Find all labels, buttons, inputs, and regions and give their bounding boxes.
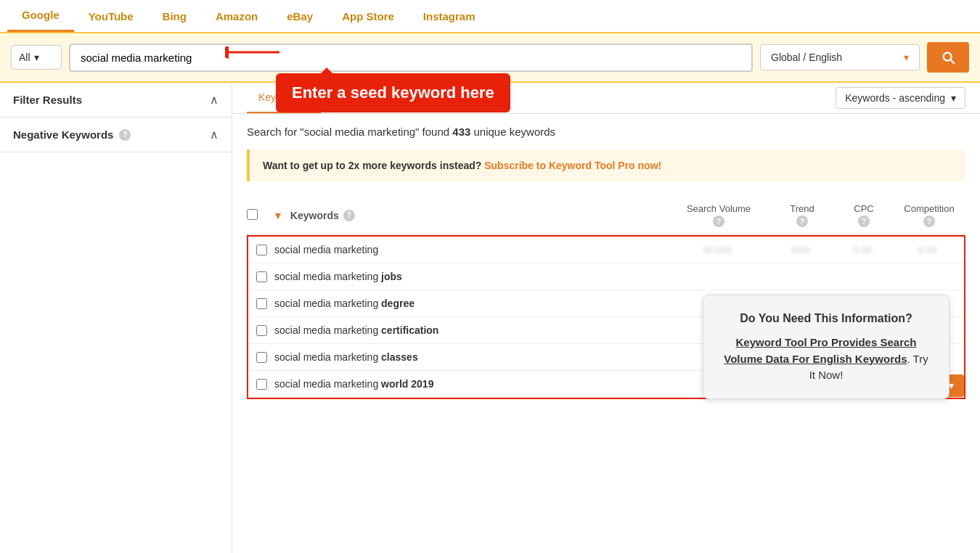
keyword-table: social media marketing 00,000 00% 0.00 0…: [247, 235, 965, 399]
keyword-cell: social media marketing certification: [274, 324, 666, 336]
main-layout: Filter Results ∧ Negative Keywords ? ∧ K…: [0, 83, 980, 553]
sort-select[interactable]: Keywords - ascending ▾: [836, 87, 965, 109]
keyword-col-help-icon[interactable]: ?: [343, 210, 355, 221]
keyword-cell: social media marketing degree: [274, 298, 666, 309]
chevron-down-icon: ▾: [904, 52, 909, 63]
tab-google[interactable]: Google: [7, 0, 74, 32]
filter-results-label: Filter Results: [13, 94, 82, 106]
cpc-cell: 0.00: [833, 245, 891, 255]
negative-keywords-help-icon[interactable]: ?: [119, 129, 131, 141]
arrow-icon: [225, 46, 283, 75]
sv-col-header: Search Volume: [687, 203, 751, 214]
table-row: social media marketing jobs: [248, 263, 964, 290]
promo-link[interactable]: Subscribe to Keyword Tool Pro now!: [484, 160, 661, 171]
all-label: All: [19, 52, 30, 63]
comp-help-icon[interactable]: ?: [923, 216, 935, 227]
search-icon: [940, 49, 956, 65]
search-input[interactable]: [69, 44, 753, 72]
keyword-cell: social media marketing world 2019: [274, 378, 666, 390]
cpc-col-header: CPC: [854, 203, 873, 214]
negative-keywords-label: Negative Keywords: [13, 128, 113, 141]
trend-col-header: Trend: [790, 203, 814, 214]
filter-results-chevron: ∧: [210, 93, 219, 107]
search-type-select[interactable]: All ▾: [11, 45, 62, 70]
tab-bing[interactable]: Bing: [148, 0, 201, 32]
top-nav: Google YouTube Bing Amazon eBay App Stor…: [0, 0, 980, 33]
main-content: Keyword ... Questions Prepositi... Keywo…: [232, 83, 980, 553]
locale-value: Global / English: [771, 52, 842, 63]
keyword-cell: social media marketing jobs: [274, 271, 666, 282]
filter-results-section: Filter Results ∧: [0, 83, 232, 118]
sidebar: Filter Results ∧ Negative Keywords ? ∧: [0, 83, 232, 553]
tab-appstore[interactable]: App Store: [327, 0, 409, 32]
tab-amazon[interactable]: Amazon: [201, 0, 272, 32]
sort-label: Keywords - ascending: [845, 92, 945, 104]
row-checkbox[interactable]: [256, 379, 267, 390]
keyword-cell: social media marketing classes: [274, 351, 666, 363]
data-tooltip: Do You Need This Information? Keyword To…: [703, 295, 950, 399]
results-summary: Search for "social media marketing" foun…: [247, 126, 965, 138]
tooltip-body: Keyword Tool Pro Provides Search Volume …: [721, 335, 931, 384]
tab-instagram[interactable]: Instagram: [409, 0, 490, 32]
trend-help-icon[interactable]: ?: [796, 216, 808, 227]
tooltip-title: Do You Need This Information?: [721, 310, 931, 327]
promo-banner: Want to get up to 2x more keywords inste…: [247, 149, 965, 181]
row-checkbox[interactable]: [256, 325, 267, 336]
row-checkbox[interactable]: [256, 298, 267, 309]
keyword-cell: social media marketing: [274, 244, 666, 255]
sv-help-icon[interactable]: ?: [713, 216, 724, 227]
sv-cell: 00,000: [666, 245, 768, 255]
select-all-checkbox[interactable]: [247, 209, 258, 220]
sort-arrow-icon: ▼: [273, 210, 283, 221]
seed-tooltip: Enter a seed keyword here: [276, 73, 510, 112]
cpc-help-icon[interactable]: ?: [858, 216, 870, 227]
table-header: ▼ Keywords ? Search Volume ? Trend ?: [247, 196, 965, 235]
tooltip-link[interactable]: Keyword Tool Pro Provides Search Volume …: [724, 336, 916, 365]
filter-results-header[interactable]: Filter Results ∧: [0, 83, 232, 117]
tab-ebay[interactable]: eBay: [272, 0, 327, 32]
sort-chevron-icon: ▾: [951, 92, 956, 104]
row-checkbox[interactable]: [256, 245, 267, 255]
row-checkbox[interactable]: [256, 271, 267, 282]
chevron-down-icon: ▾: [34, 52, 39, 63]
arrow-container: [225, 46, 283, 78]
search-button[interactable]: [927, 42, 969, 73]
comp-col-header: Competition: [904, 203, 954, 214]
table-row: social media marketing 00,000 00% 0.00 0…: [248, 237, 964, 263]
results-count: 433: [452, 126, 470, 138]
negative-keywords-header[interactable]: Negative Keywords ? ∧: [0, 118, 232, 152]
row-checkbox[interactable]: [256, 352, 267, 363]
keyword-col-header: Keywords: [290, 210, 339, 221]
results-area: Search for "social media marketing" foun…: [232, 114, 980, 411]
locale-select[interactable]: Global / English ▾: [760, 44, 920, 70]
promo-text: Want to get up to 2x more keywords inste…: [263, 160, 484, 171]
negative-keywords-chevron: ∧: [210, 128, 219, 142]
comp-cell: 0.00: [891, 245, 964, 255]
tab-youtube[interactable]: YouTube: [74, 0, 148, 32]
search-bar-area: All ▾ Global / English ▾ Enter a seed ke…: [0, 33, 980, 83]
trend-cell: 00%: [768, 245, 833, 255]
negative-keywords-section: Negative Keywords ? ∧: [0, 118, 232, 152]
